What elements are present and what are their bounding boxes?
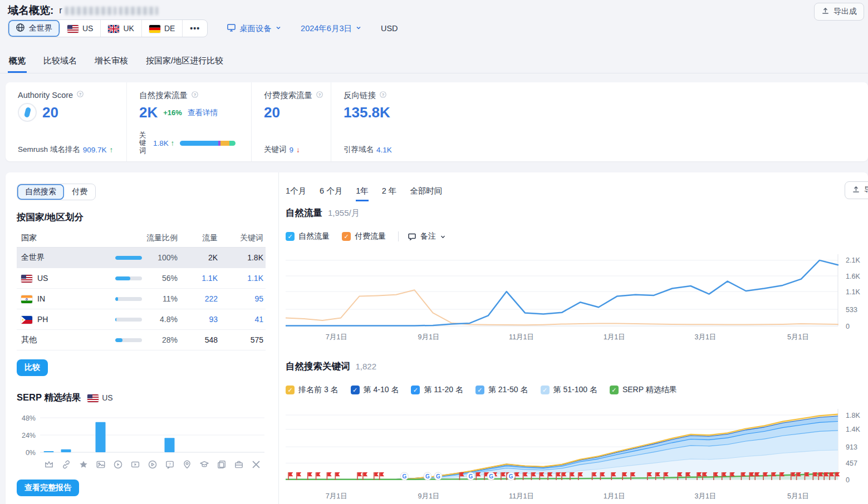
svg-text:7月1日: 7月1日 — [326, 333, 347, 341]
full-report-button[interactable]: 查看完整报告 — [17, 480, 79, 496]
faq-icon: ? — [165, 459, 175, 470]
google-update-icon: G — [487, 472, 495, 480]
tab-compare-by-country[interactable]: 按国家/地区进行比较 — [145, 52, 224, 73]
tab-compare-domains[interactable]: 比较域名 — [42, 52, 78, 73]
featured-snippet-icon — [44, 459, 54, 470]
info-icon[interactable]: ? — [76, 90, 84, 100]
checkbox-icon: ✓ — [610, 386, 619, 394]
geo-tab-worldwide[interactable]: 全世界 — [8, 20, 60, 37]
organic-traffic-change: +16% — [163, 108, 182, 117]
series-toggle-4[interactable]: ✓第 51-100 名 — [541, 385, 597, 395]
globe-icon — [16, 23, 25, 34]
country-cell: 其他 — [17, 335, 115, 345]
notes-dropdown[interactable]: 备注 — [408, 231, 446, 241]
traffic-value[interactable]: 1.1K — [178, 274, 218, 283]
google-update-icon: G — [434, 472, 442, 480]
info-icon[interactable]: ? — [316, 91, 323, 100]
geo-tab-uk[interactable]: UK — [101, 20, 141, 37]
svg-text:9月1日: 9月1日 — [418, 333, 439, 341]
google-update-icon: G — [400, 472, 408, 480]
organic-keywords-chart: 1.8K1.4K91345707月1日9月1日11月1日1月1日3月1日5月1日… — [286, 407, 868, 504]
export-button[interactable]: 导出成 — [814, 3, 864, 21]
main-card: 自然搜索 付费 按国家/地区划分 国家 流量比例 流量 关键词 全世界100%2… — [6, 172, 868, 504]
series-toggle-0[interactable]: ✓自然流量 — [286, 231, 330, 241]
svg-text:0: 0 — [846, 323, 850, 330]
top-stories-icon — [217, 459, 227, 470]
knowledge-panel-icon — [199, 459, 209, 470]
traffic-value[interactable]: 93 — [178, 315, 218, 324]
series-toggle-1[interactable]: ✓第 4-10 名 — [351, 385, 399, 395]
table-row-PH[interactable]: PH4.8%9341 — [17, 309, 266, 330]
series-toggle-2[interactable]: ✓第 11-20 名 — [411, 385, 463, 395]
organic-traffic-chart-header: 自然流量 1,955/月 — [286, 207, 360, 219]
series-toggle-0[interactable]: ✓排名前 3 名 — [286, 385, 339, 395]
device-selector[interactable]: 桌面设备 — [227, 23, 282, 34]
toggle-organic[interactable]: 自然搜索 — [17, 184, 64, 200]
table-row-US[interactable]: US56%1.1K1.1K — [17, 268, 266, 289]
view-details-link[interactable]: 查看详情 — [188, 108, 218, 118]
keyword-intent-bar — [180, 141, 236, 146]
video-preview-icon — [148, 459, 158, 470]
range-2y[interactable]: 2 年 — [382, 186, 397, 201]
domain-rank-value[interactable]: 909.7K — [83, 146, 107, 154]
svg-text:11月1日: 11月1日 — [509, 492, 534, 500]
currency-selector[interactable]: USD — [381, 24, 398, 33]
table-row-IN[interactable]: IN11%22295 — [17, 289, 266, 309]
country-cell: US — [17, 274, 115, 283]
tab-growth-report[interactable]: 增长审核 — [94, 52, 129, 73]
svg-text:5月1日: 5月1日 — [787, 492, 809, 500]
svg-text:?: ? — [318, 92, 321, 97]
series-toggle-5[interactable]: ✓SERP 精选结果 — [610, 385, 677, 395]
export-chart-button[interactable]: 导出 — [845, 181, 868, 199]
series-label: 第 51-100 名 — [553, 385, 597, 395]
paid-keywords-value[interactable]: 9 — [290, 146, 294, 154]
series-toggle-1[interactable]: ✓付费流量 — [342, 231, 386, 241]
page-header: 域名概览: r — [8, 3, 158, 18]
keywords-value[interactable]: 1.1K — [218, 274, 266, 283]
checkbox-icon: ✓ — [342, 232, 351, 241]
range-1m[interactable]: 1个月 — [286, 186, 306, 201]
chevron-down-icon — [355, 24, 362, 33]
upload-icon — [821, 7, 830, 17]
range-all[interactable]: 全部时间 — [410, 186, 442, 201]
checkbox-icon: ✓ — [286, 386, 295, 394]
geo-tab-more[interactable]: ••• — [183, 20, 207, 37]
keywords-value[interactable]: 95 — [218, 294, 266, 303]
keywords-label: 关键词 — [139, 131, 148, 155]
table-row-全世界[interactable]: 全世界100%2K1.8K — [17, 248, 266, 268]
svg-text:3月1日: 3月1日 — [694, 492, 716, 500]
paid-traffic-value: 20 — [264, 104, 280, 121]
svg-text:1.4K: 1.4K — [846, 426, 860, 433]
keywords-value[interactable]: 41 — [218, 315, 266, 324]
ref-domains-value[interactable]: 4.1K — [376, 146, 392, 154]
keywords-value[interactable]: 1.8K — [153, 139, 169, 147]
keywords-legend: ✓排名前 3 名✓第 4-10 名✓第 11-20 名✓第 21-50 名✓第 … — [286, 385, 689, 395]
geo-tab-de[interactable]: DE — [142, 20, 183, 37]
info-icon[interactable]: ? — [191, 91, 199, 100]
tab-overview[interactable]: 概览 — [8, 52, 27, 73]
series-label: 第 21-50 名 — [488, 385, 528, 395]
series-label: 第 4-10 名 — [364, 385, 399, 395]
table-row-其他[interactable]: 其他28%548575 — [17, 330, 266, 350]
series-toggle-3[interactable]: ✓第 21-50 名 — [475, 385, 528, 395]
svg-text:G: G — [489, 473, 493, 480]
geo-tab-us[interactable]: US — [60, 20, 101, 37]
traffic-value[interactable]: 222 — [178, 294, 218, 303]
toggle-paid[interactable]: 付费 — [64, 184, 95, 200]
range-6m[interactable]: 6 个月 — [320, 186, 342, 201]
chevron-down-icon — [440, 234, 446, 240]
range-1y[interactable]: 1年 — [356, 186, 369, 201]
svg-text:G: G — [425, 473, 430, 480]
us-flag-icon — [87, 393, 99, 402]
date-selector[interactable]: 2024年6月3日 — [301, 23, 362, 34]
svg-text:G: G — [468, 473, 473, 480]
svg-text:24%: 24% — [22, 432, 36, 439]
up-arrow-icon: ↑ — [110, 146, 114, 154]
backlinks-block: 反向链接 ? 135.8K 引荐域名 4.1K — [331, 82, 868, 161]
svg-text:1.6K: 1.6K — [846, 273, 860, 280]
domain-blur — [65, 7, 116, 15]
info-icon[interactable]: ? — [379, 91, 387, 100]
down-arrow-icon: ↓ — [296, 146, 300, 154]
authority-gauge-icon — [18, 103, 37, 122]
compare-button[interactable]: 比较 — [17, 359, 48, 376]
